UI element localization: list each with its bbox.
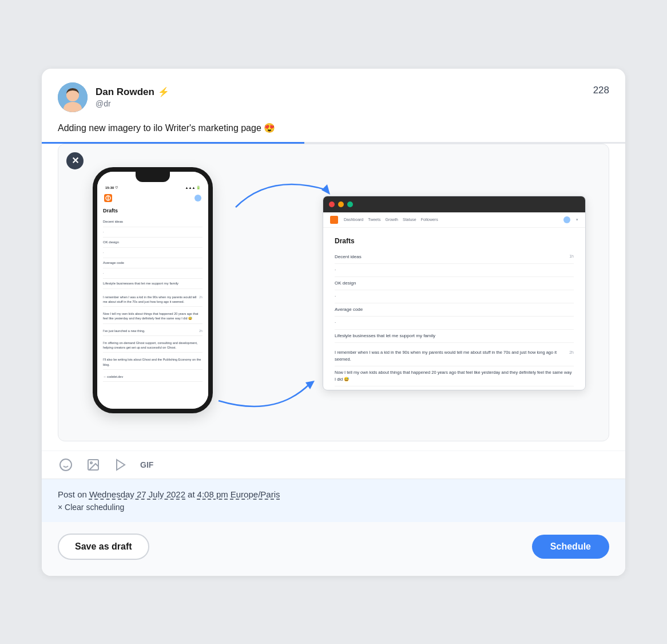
desktop-draft-6: ·	[335, 317, 574, 330]
close-icon: ✕	[72, 155, 79, 166]
schedule-row: Post on Wednesday 27 July 2022 at 4:08 p…	[58, 489, 609, 499]
tweet-header: Dan Rowden ⚡ @dr 228	[42, 69, 625, 112]
phone-draft-long-6: → codelet.dev	[103, 372, 203, 382]
user-info: Dan Rowden ⚡ @dr	[96, 86, 169, 108]
header-left: Dan Rowden ⚡ @dr	[58, 82, 169, 112]
arrow-top-icon	[224, 167, 339, 213]
desktop-nav: Dashboard Tweets Growth Statuse Follower…	[323, 212, 585, 228]
desktop-draft-1: 1h Decent ideas	[335, 251, 574, 264]
desktop-nav-avatar	[563, 216, 570, 223]
phone-user-avatar	[194, 195, 201, 202]
save-draft-button[interactable]: Save as draft	[58, 534, 149, 560]
bolt-icon: ⚡	[158, 86, 169, 97]
svg-point-12	[90, 462, 92, 464]
user-name-row: Dan Rowden ⚡	[96, 86, 169, 98]
desktop-draft-long-3: 2h I've just launched a new thing.	[335, 389, 574, 390]
gif-button[interactable]: GIF	[140, 460, 153, 469]
arrow-bottom-icon	[207, 378, 321, 424]
desktop-nav-chevron: ▾	[576, 218, 578, 222]
desktop-nav-tweets: Tweets	[368, 218, 380, 222]
phone-draft-long-2: Now I tell my own kids about things that…	[103, 309, 203, 324]
avatar-image	[58, 82, 88, 112]
toolbar: GIF	[42, 451, 625, 479]
phone-logo	[104, 194, 112, 202]
phone-draft-long-3: 2h I've just launched a new thing.	[103, 326, 203, 336]
tweet-text[interactable]: Adding new imagery to ilo Writer's marke…	[58, 121, 609, 135]
desktop-mockup: Dashboard Tweets Growth Statuse Follower…	[323, 196, 586, 390]
emoji-button[interactable]	[58, 457, 74, 473]
video-button[interactable]	[113, 457, 129, 473]
action-row: Save as draft Schedule	[42, 522, 625, 576]
desktop-draft-4: ·	[335, 290, 574, 303]
display-name: Dan Rowden	[96, 86, 154, 98]
image-area: ✕ 15:30 ♡ ▲▲▲ 🔋 Drafts Decent ideas ·	[58, 144, 609, 441]
svg-marker-13	[117, 460, 125, 470]
desktop-nav-dashboard: Dashboard	[344, 218, 363, 222]
phone-draft-long-4: I'm offering on-demand Ghost support, co…	[103, 338, 203, 353]
avatar	[58, 82, 88, 112]
clear-scheduling-button[interactable]: × Clear scheduling	[58, 503, 609, 512]
schedule-bar: Post on Wednesday 27 July 2022 at 4:08 p…	[42, 479, 625, 522]
phone-draft-item: ·	[103, 268, 203, 279]
phone-header-bar	[103, 194, 203, 202]
phone-screen: 15:30 ♡ ▲▲▲ 🔋 Drafts Decent ideas · OK d…	[97, 172, 208, 409]
desktop-nav-statuse: Statuse	[403, 218, 416, 222]
phone-status-bar: 15:30 ♡ ▲▲▲ 🔋	[103, 185, 203, 189]
at-label: at	[188, 489, 195, 499]
svg-marker-7	[305, 381, 315, 389]
main-card: Dan Rowden ⚡ @dr 228 Adding new imagery …	[42, 69, 625, 576]
desktop-draft-7: Lifestyle businesses that let me support…	[335, 330, 574, 343]
phone-time: 15:30 ♡	[105, 185, 118, 189]
phone-draft-item: ·	[103, 248, 203, 258]
schedule-timezone[interactable]: Europe/Paris	[231, 489, 280, 499]
phone-draft-item: OK design	[103, 238, 203, 248]
traffic-yellow	[338, 202, 344, 207]
phone-draft-item: Average code	[103, 258, 203, 268]
phone-draft-item: ·	[103, 227, 203, 238]
user-handle: @dr	[96, 99, 169, 108]
close-button[interactable]: ✕	[66, 152, 84, 169]
desktop-title-bar	[323, 196, 585, 212]
desktop-nav-items: Dashboard Tweets Growth Statuse Follower…	[344, 218, 558, 222]
svg-point-8	[60, 459, 72, 471]
desktop-draft-long-2: Now I tell my own kids about things that…	[335, 366, 574, 386]
desktop-logo	[330, 216, 338, 224]
svg-marker-6	[321, 184, 330, 195]
phone-draft-long-1: 2h I remember when I was a kid in the 90…	[103, 293, 203, 307]
desktop-section-title: Drafts	[335, 237, 574, 245]
schedule-time[interactable]: 4:08 pm	[197, 489, 228, 499]
phone-draft-item: Decent ideas	[103, 217, 203, 227]
char-count: 228	[593, 82, 609, 96]
image-button[interactable]	[85, 457, 101, 473]
schedule-date[interactable]: Wednesday 27 July 2022	[89, 489, 185, 499]
traffic-green	[347, 202, 353, 207]
phone-draft-item: Lifestyle businesses that let me support…	[103, 279, 203, 289]
desktop-draft-5: Average code	[335, 303, 574, 317]
phone-section-title: Drafts	[103, 208, 203, 214]
schedule-button[interactable]: Schedule	[532, 535, 609, 559]
desktop-draft-long-1: 2h I remember when I was a kid in the 90…	[335, 346, 574, 366]
desktop-nav-followers: Followers	[421, 218, 438, 222]
phone-mockup: 15:30 ♡ ▲▲▲ 🔋 Drafts Decent ideas · OK d…	[93, 167, 213, 413]
desktop-content: Drafts 1h Decent ideas · OK design · Ave…	[323, 228, 585, 390]
tweet-body: Adding new imagery to ilo Writer's marke…	[42, 112, 625, 142]
desktop-nav-growth: Growth	[385, 218, 398, 222]
phone-icons: ▲▲▲ 🔋	[185, 185, 200, 189]
phone-notch	[136, 172, 170, 182]
post-on-label: Post on	[58, 489, 87, 499]
desktop-draft-2: ·	[335, 264, 574, 277]
phone-draft-long-5: I'll also be writing lots about Ghost an…	[103, 355, 203, 370]
desktop-draft-3: OK design	[335, 277, 574, 290]
